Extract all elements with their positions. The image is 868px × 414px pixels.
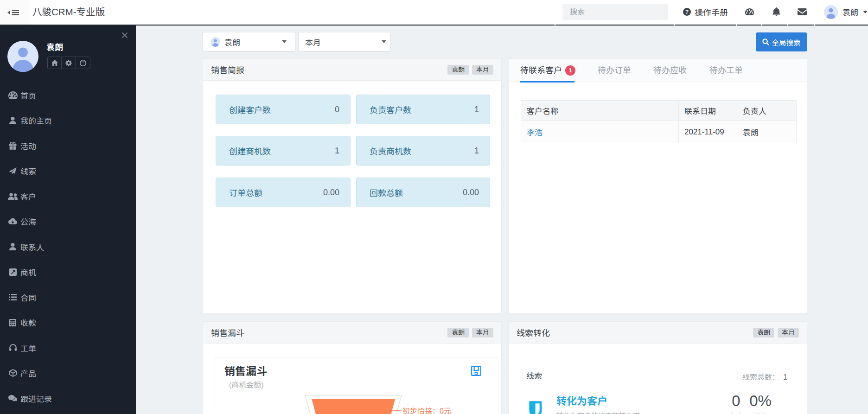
svg-text:?: ? (685, 9, 689, 15)
svg-text:初步恰接：0元: 初步恰接：0元 (402, 407, 451, 414)
